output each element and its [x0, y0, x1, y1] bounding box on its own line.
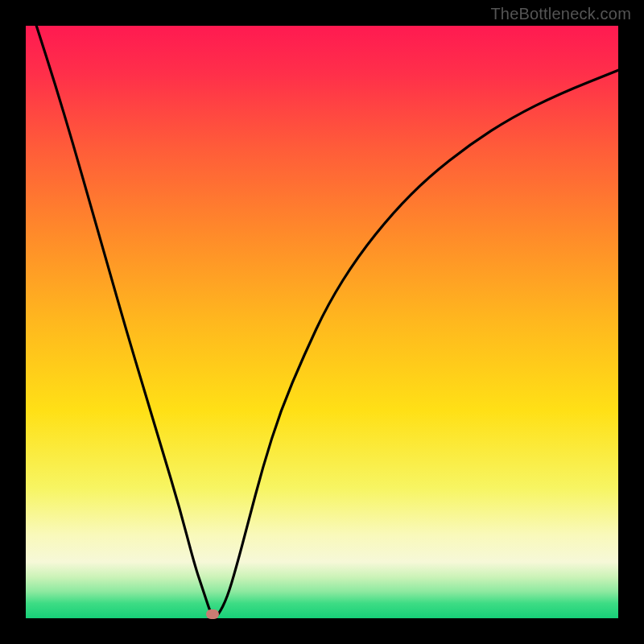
watermark-text: TheBottleneck.com	[490, 5, 631, 23]
bottleneck-curve	[26, 26, 618, 618]
chart-frame: TheBottleneck.com	[0, 0, 644, 644]
optimum-marker	[206, 609, 219, 619]
